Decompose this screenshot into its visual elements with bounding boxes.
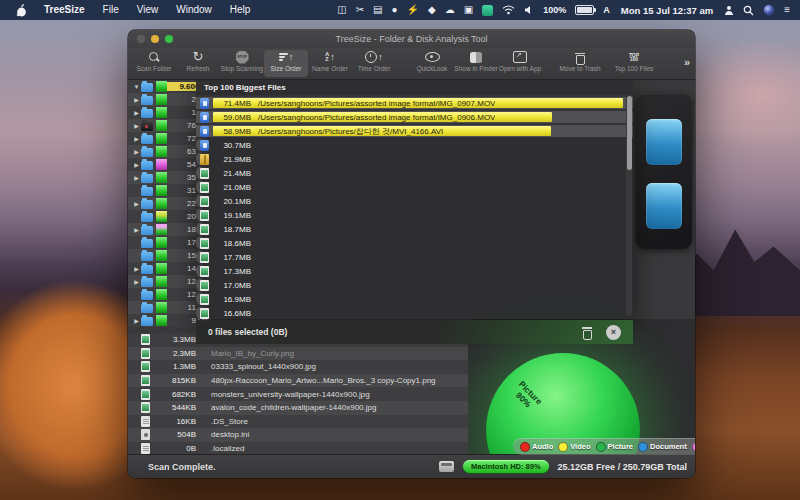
top-100-row[interactable]: 18.6MB /Users/sanghoons/Pictures/Wallpap… — [196, 235, 204, 249]
file-size: 18.7MB — [209, 225, 251, 234]
menu-treesize[interactable]: TreeSize — [35, 0, 94, 20]
cloud-icon[interactable]: ☁ — [445, 5, 455, 15]
battery-icon[interactable] — [575, 5, 594, 15]
spotlight-icon[interactable] — [743, 5, 754, 16]
file-type-icon — [141, 429, 150, 440]
user-icon[interactable] — [724, 5, 734, 15]
legend-color-dot — [638, 442, 648, 452]
volume-icon[interactable] — [524, 5, 534, 15]
scissors-icon[interactable]: ✂ — [356, 5, 364, 15]
top-100-row[interactable]: 21.4MB /Users/sanghoons/Pictures/ScreenS… — [196, 165, 204, 179]
file-row[interactable]: 682KB monsters_university-wallpaper-1440… — [128, 387, 468, 401]
show-in-finder-button[interactable]: Show in Finder — [454, 48, 498, 79]
disclosure-triangle-icon[interactable]: ▶ — [132, 96, 141, 103]
stop-scanning-button[interactable]: STOP Stop Scanning — [220, 48, 264, 79]
minimize-window-button[interactable] — [151, 35, 159, 43]
notification-center-icon[interactable]: ≡ — [784, 5, 790, 15]
top-100-row[interactable]: 59.0MB /Users/sanghoons/Pictures/assorte… — [196, 109, 633, 123]
top-100-row[interactable]: 71.4MB /Users/sanghoons/Pictures/assorte… — [196, 95, 633, 109]
file-name: 03333_spinout_1440x900.jpg — [198, 362, 316, 371]
file-type-icon — [200, 196, 209, 207]
top-100-row[interactable]: 58.9MB /Users/sanghoons/Pictures/잡다한 것/M… — [196, 123, 633, 137]
move-to-trash-button[interactable]: Move to Trash — [558, 48, 602, 79]
top-100-row[interactable]: 18.7MB /Users/sanghoons/Pictures/5k wall… — [196, 221, 204, 235]
close-toast-button[interactable]: × — [606, 325, 621, 340]
disclosure-triangle-icon[interactable]: ▶ — [132, 148, 141, 155]
file-row[interactable]: 815KB 480px-Raccoon_Mario_Artwo...Mario_… — [128, 374, 468, 388]
title-bar[interactable]: TreeSize - Folder & Disk Analysis Tool — [128, 30, 695, 48]
top-100-files-button[interactable]: TOP100 Top 100 Files — [612, 48, 656, 79]
file-size: 16.6MB — [209, 309, 251, 318]
toolbar-overflow-chevron[interactable]: » — [684, 56, 690, 68]
menu-bar-status-area: ◫ ✂ ▤ ● ⚡ ◆ ☁ ▣ 100% A Mon 15 Jul 12:37 … — [337, 4, 800, 16]
file-size: 2.3MB — [156, 349, 198, 358]
window-manager-icon[interactable]: ◫ — [337, 5, 346, 15]
file-row[interactable]: 544KB avalon_code_children-wallpaper-144… — [128, 401, 468, 415]
menu-window[interactable]: Window — [167, 0, 221, 20]
disclosure-triangle-icon[interactable]: ▶ — [132, 226, 141, 233]
file-path: /Users/sanghoons/Pictures/images/photo/I… — [251, 141, 258, 150]
quicklook-button[interactable]: QuickLook — [410, 48, 454, 79]
top-100-row[interactable]: 17.3MB /Users/sanghoons/Pictures/5k wall… — [196, 263, 204, 277]
file-row[interactable]: 1.3MB 03333_spinout_1440x900.jpg — [128, 360, 468, 374]
top-100-popup: Top 100 Biggest Files 71.4MB /Users/sang… — [196, 80, 633, 319]
wifi-icon[interactable] — [502, 5, 515, 15]
disclosure-triangle-icon[interactable]: ▶ — [132, 161, 141, 168]
photos-icon[interactable]: ▣ — [464, 5, 473, 15]
legend-item: Audio — [520, 442, 553, 452]
top-100-row[interactable]: 21.0MB /Users/sanghoons/Pictures/Wallpap… — [196, 179, 204, 193]
file-row[interactable]: 504B desktop.ini — [128, 428, 468, 442]
file-path: /Users/sanghoons/Pictures/잡다한 것/MVI_4166… — [251, 126, 443, 137]
top-100-row[interactable]: 16.9MB /Users/sanghoons/Pictures/5k wall… — [196, 291, 204, 305]
file-row[interactable]: 0B .localized — [128, 442, 468, 455]
file-list: 3.3MB 2.3MB Mario_IB_by_Curly.png 1.3MB … — [128, 333, 468, 455]
siri-icon[interactable] — [763, 4, 775, 16]
disclosure-triangle-icon[interactable]: ▶ — [132, 278, 141, 285]
size-order-button[interactable]: ↑ Size Order — [264, 50, 308, 77]
popup-scrollbar[interactable] — [626, 96, 632, 316]
top-100-row[interactable]: 17.0MB /Users/sanghoons/Pictures/5k wall… — [196, 277, 204, 291]
input-source-icon[interactable]: A — [603, 5, 610, 15]
file-type-icon — [200, 210, 209, 221]
disclosure-triangle-icon[interactable]: ▶ — [132, 200, 141, 207]
scrollbar-thumb[interactable] — [627, 96, 632, 170]
open-with-app-button[interactable]: Open with App — [498, 48, 542, 79]
disclosure-triangle-icon[interactable]: ▶ — [132, 122, 141, 129]
file-row[interactable]: 2.3MB Mario_IB_by_Curly.png — [128, 347, 468, 361]
menu-view[interactable]: View — [128, 0, 168, 20]
dropbox-icon[interactable]: ◆ — [428, 5, 436, 15]
disclosure-triangle-icon[interactable]: ▶ — [132, 265, 141, 272]
legend-item: Etc. — [692, 442, 695, 452]
disclosure-triangle-icon[interactable]: ▶ — [132, 109, 141, 116]
apple-menu-icon[interactable] — [16, 4, 27, 17]
name-order-button[interactable]: AZ↑ Name Order — [308, 48, 352, 79]
top-100-row[interactable]: 20.1MB /Users/sanghoons/Pictures/ScreenS… — [196, 193, 204, 207]
refresh-button[interactable]: ↻ Refresh — [176, 48, 220, 79]
top-100-row[interactable]: 30.7MB /Users/sanghoons/Pictures/images/… — [196, 137, 204, 151]
menu-help[interactable]: Help — [221, 0, 260, 20]
wallpaper-mountains — [680, 196, 800, 316]
bolt-icon[interactable]: ⚡ — [407, 5, 419, 15]
menu-bar-clock[interactable]: Mon 15 Jul 12:37 am — [619, 5, 715, 16]
scan-folder-button[interactable]: Scan Folder — [132, 48, 176, 79]
top-100-row[interactable]: 19.1MB /Users/sanghoons/Pictures/ScreenS… — [196, 207, 204, 221]
menu-file[interactable]: File — [94, 0, 128, 20]
top-100-row[interactable]: 16.6MB /Users/sanghoons/Pictures/5k wall… — [196, 305, 204, 319]
green-app-icon[interactable] — [482, 5, 493, 16]
disclosure-triangle-icon[interactable]: ▶ — [132, 135, 141, 142]
disclosure-triangle-icon[interactable]: ▼ — [132, 84, 141, 90]
meeting-icon[interactable]: ● — [392, 5, 398, 15]
time-order-button[interactable]: ↑ Time Order — [352, 48, 396, 79]
disclosure-triangle-icon[interactable]: ▶ — [132, 174, 141, 181]
delete-selection-icon[interactable] — [582, 326, 592, 339]
disclosure-triangle-icon[interactable]: ▶ — [132, 317, 141, 324]
top-100-row[interactable]: 21.9MB /Users/sanghoons/Pictures/잡다한 것/아… — [196, 151, 204, 165]
file-row[interactable]: 16KB .DS_Store — [128, 415, 468, 429]
top-100-row[interactable]: 17.7MB /Users/sanghoons/Pictures/5k wall… — [196, 249, 204, 263]
zoom-window-button[interactable] — [165, 35, 173, 43]
file-path: /Users/sanghoons/Pictures/ScreenShots/Gr… — [251, 168, 258, 179]
file-size: 21.4MB — [209, 169, 251, 178]
printer-icon[interactable]: ▤ — [373, 5, 382, 15]
close-window-button[interactable] — [137, 35, 145, 43]
drive-bay-icon — [646, 183, 682, 229]
